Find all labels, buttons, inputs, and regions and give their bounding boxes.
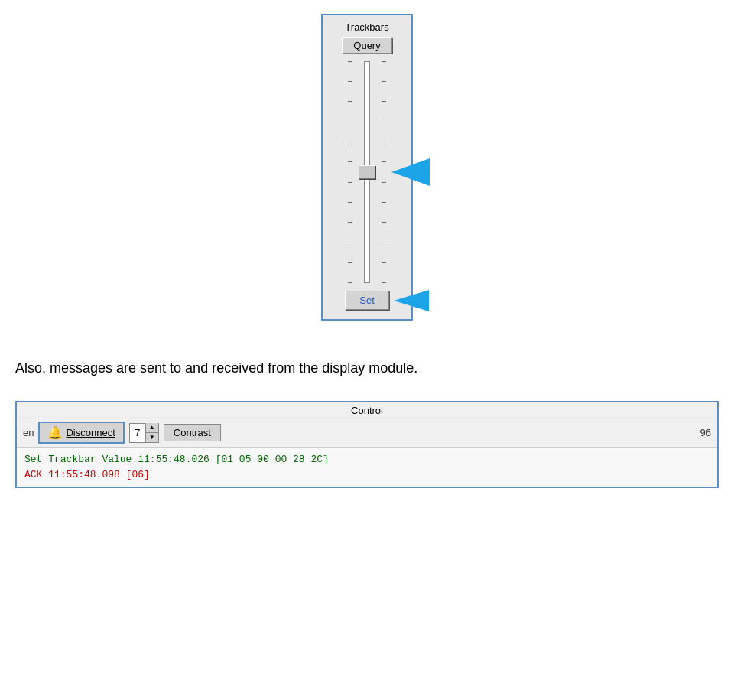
- control-toolbar: en 🔔 Disconnect 7 ▲ ▼ Contrast 96: [17, 418, 717, 448]
- set-arrow-indicator: [394, 290, 429, 311]
- disconnect-label: Disconnect: [66, 427, 115, 438]
- slider-container: [327, 61, 407, 283]
- trackbar-section: Trackbars Query: [0, 0, 734, 321]
- description-text: Also, messages are sent to and received …: [0, 321, 734, 401]
- control-section: Control en 🔔 Disconnect 7 ▲ ▼ Contrast 9…: [0, 401, 734, 488]
- slider-thumb[interactable]: [359, 165, 375, 179]
- spin-up-button[interactable]: ▲: [146, 423, 158, 433]
- trackbar-title: Trackbars: [345, 21, 388, 33]
- trackbar-panel: Trackbars Query: [321, 14, 413, 321]
- control-panel: Control en 🔔 Disconnect 7 ▲ ▼ Contrast 9…: [15, 401, 719, 488]
- disconnect-button[interactable]: 🔔 Disconnect: [38, 422, 124, 444]
- number-value: 7: [130, 423, 145, 443]
- control-header: Control: [17, 402, 717, 418]
- log-line-2: ACK 11:55:48.098 [06]: [24, 467, 710, 483]
- log-area: Set Trackbar Value 11:55:48.026 [01 05 0…: [17, 448, 717, 487]
- set-button[interactable]: Set: [345, 291, 389, 310]
- contrast-button[interactable]: Contrast: [164, 424, 221, 441]
- set-button-area: Set: [345, 291, 389, 310]
- description-label: Also, messages are sent to and received …: [15, 360, 417, 376]
- log-line-1: Set Trackbar Value 11:55:48.026 [01 05 0…: [24, 452, 710, 467]
- number-input[interactable]: 7 ▲ ▼: [129, 423, 159, 443]
- en-label: en: [23, 427, 34, 438]
- spin-down-button[interactable]: ▼: [146, 433, 158, 443]
- spin-buttons[interactable]: ▲ ▼: [145, 423, 158, 443]
- query-button[interactable]: Query: [342, 37, 391, 54]
- slider-arrow-indicator: [391, 158, 430, 186]
- slider-track-area[interactable]: [344, 61, 390, 283]
- right-label: 96: [700, 427, 711, 438]
- disconnect-icon: 🔔: [47, 425, 63, 440]
